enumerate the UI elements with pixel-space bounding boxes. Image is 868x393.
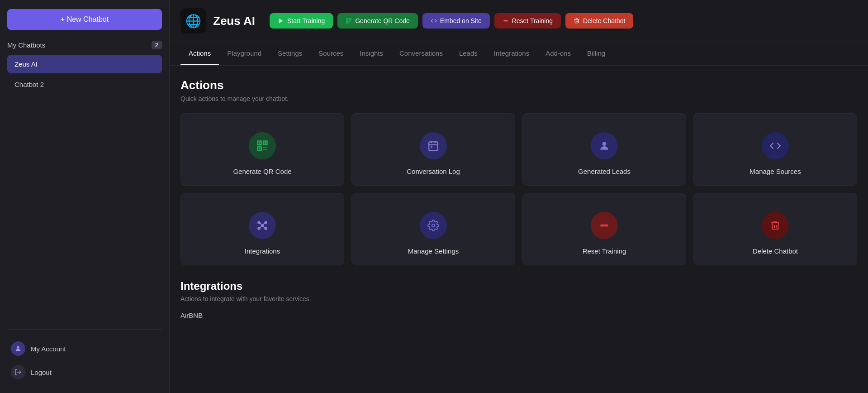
card-generated-leads[interactable]: Generated Leads [522, 113, 686, 186]
tab-settings[interactable]: Settings [270, 42, 310, 65]
qr-card-icon [256, 139, 269, 152]
card-label-reset: Reset Training [583, 247, 626, 255]
svg-line-35 [260, 223, 261, 224]
card-integrations[interactable]: Integrations [180, 193, 344, 265]
tab-insights[interactable]: Insights [351, 42, 391, 65]
logout-item[interactable]: Logout [7, 360, 162, 384]
svg-rect-24 [429, 142, 438, 151]
tab-conversations[interactable]: Conversations [391, 42, 451, 65]
sidebar: + New Chatbot My Chatbots 2 Zeus AI Chat… [0, 0, 170, 393]
embed-icon [431, 18, 437, 24]
integrations-section-title: Integrations [180, 280, 857, 292]
play-icon [278, 18, 284, 24]
card-generate-qr[interactable]: Generate QR Code [180, 113, 344, 186]
card-label-conversation: Conversation Log [407, 168, 460, 175]
card-icon-wrap-delete [762, 212, 789, 239]
logout-label: Logout [31, 369, 52, 376]
chatbot-count-badge: 2 [152, 41, 162, 49]
card-icon-wrap-leads [591, 132, 618, 159]
tab-playground[interactable]: Playground [219, 42, 270, 65]
svg-rect-40 [600, 224, 608, 226]
svg-rect-12 [351, 23, 351, 23]
tab-integrations[interactable]: Integrations [486, 42, 537, 65]
card-conversation-log[interactable]: Conversation Log [351, 113, 515, 186]
card-icon-wrap-qr [249, 132, 276, 159]
start-training-button[interactable]: Start Training [270, 13, 333, 29]
svg-rect-7 [350, 19, 351, 20]
card-label-qr: Generate QR Code [233, 168, 291, 175]
integration-airbnb[interactable]: AirBNB [180, 310, 857, 321]
svg-rect-23 [266, 149, 266, 150]
svg-point-39 [432, 224, 435, 227]
svg-marker-2 [279, 19, 283, 24]
sidebar-item-chatbot2[interactable]: Chatbot 2 [7, 75, 162, 94]
chatbot-avatar: 🌐 [180, 8, 206, 34]
svg-point-0 [17, 346, 19, 349]
card-icon-wrap-sources [762, 132, 789, 159]
card-delete-chatbot[interactable]: Delete Chatbot [693, 193, 857, 265]
logout-icon [11, 365, 25, 379]
svg-rect-18 [265, 142, 266, 144]
reset-training-button[interactable]: Reset Training [494, 13, 561, 29]
users-card-icon [598, 140, 610, 152]
sidebar-bottom: My Account Logout [7, 329, 162, 384]
card-manage-sources[interactable]: Manage Sources [693, 113, 857, 186]
svg-rect-8 [347, 22, 348, 23]
svg-line-36 [263, 223, 265, 224]
svg-rect-20 [263, 147, 264, 148]
svg-point-29 [602, 142, 607, 146]
integrations-card-icon [256, 220, 268, 231]
svg-point-33 [258, 227, 260, 229]
my-account-item[interactable]: My Account [7, 337, 162, 360]
embed-on-site-button[interactable]: Embed on Site [422, 13, 490, 29]
svg-point-30 [261, 224, 263, 226]
card-label-integrations: Integrations [245, 247, 280, 255]
svg-point-34 [265, 227, 266, 229]
my-account-label: My Account [31, 345, 66, 353]
svg-rect-17 [259, 142, 261, 144]
card-label-sources: Manage Sources [749, 168, 801, 175]
my-chatbots-label: My Chatbots [7, 41, 45, 49]
svg-point-32 [265, 221, 266, 223]
card-label-delete: Delete Chatbot [753, 247, 798, 255]
tab-sources[interactable]: Sources [310, 42, 351, 65]
svg-rect-6 [347, 19, 348, 20]
svg-rect-10 [351, 21, 351, 22]
actions-content: Actions Quick actions to manage your cha… [170, 66, 868, 334]
tab-actions[interactable]: Actions [180, 42, 219, 65]
gear-card-icon [427, 220, 439, 231]
main-content: 🌐 Zeus AI Start Training Generate QR Cod… [170, 0, 868, 393]
nav-tabs: Actions Playground Settings Sources Insi… [170, 42, 868, 66]
calendar-card-icon [427, 140, 439, 152]
svg-rect-28 [431, 146, 432, 148]
trash-icon [574, 18, 580, 24]
svg-rect-9 [349, 21, 350, 22]
card-icon-wrap-settings [420, 212, 447, 239]
my-account-icon [11, 341, 25, 356]
svg-point-31 [258, 221, 260, 223]
reset-icon [503, 18, 509, 24]
svg-line-37 [260, 226, 261, 228]
card-reset-training[interactable]: Reset Training [522, 193, 686, 265]
svg-rect-21 [266, 147, 266, 148]
actions-section-subtitle: Quick actions to manage your chatbot. [180, 95, 857, 102]
generate-qr-button[interactable]: Generate QR Code [337, 13, 418, 29]
tab-leads[interactable]: Leads [451, 42, 486, 65]
sidebar-item-zeus-ai[interactable]: Zeus AI [7, 55, 162, 73]
integrations-section-subtitle: Actions to integrate with your favorite … [180, 295, 857, 302]
action-cards-grid: Generate QR Code Conversation Log [180, 113, 857, 265]
topbar: 🌐 Zeus AI Start Training Generate QR Cod… [170, 0, 868, 42]
svg-rect-22 [263, 149, 264, 150]
new-chatbot-button[interactable]: + New Chatbot [7, 9, 162, 30]
actions-section-title: Actions [180, 78, 857, 92]
tab-billing[interactable]: Billing [579, 42, 613, 65]
code-card-icon [769, 140, 781, 152]
qr-icon [346, 18, 352, 24]
tab-addons[interactable]: Add-ons [537, 42, 579, 65]
card-manage-settings[interactable]: Manage Settings [351, 193, 515, 265]
reset-card-icon [598, 220, 610, 231]
topbar-actions: Start Training Generate QR Code Embed on… [270, 13, 633, 29]
svg-rect-13 [503, 20, 508, 21]
svg-line-38 [263, 226, 265, 228]
delete-chatbot-button[interactable]: Delete Chatbot [565, 13, 633, 29]
